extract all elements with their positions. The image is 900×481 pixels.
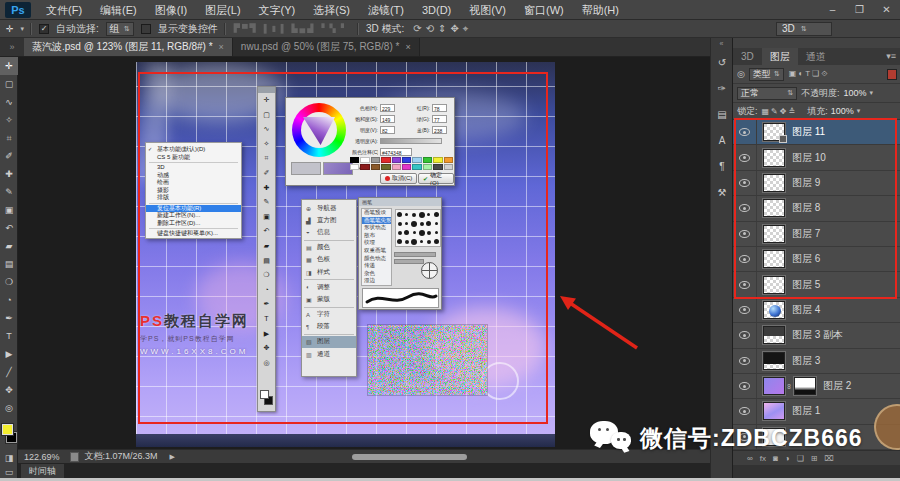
menu-item[interactable]: 图层(L): [196, 0, 249, 20]
canvas-area[interactable]: ✛▢∿✧⌗✐✚✎▣↶▰▤❍◔✒T▶✥◎ 基本功能(默认)(D)CS 5 新功能3…: [18, 57, 710, 449]
align-button[interactable]: ▜: [250, 24, 256, 33]
menu-item[interactable]: 文件(F): [37, 0, 91, 20]
quick-selection-tool[interactable]: ✧: [0, 111, 18, 129]
visibility-toggle[interactable]: [733, 120, 757, 144]
restore-button[interactable]: ❐: [846, 0, 873, 20]
layer-thumbnail[interactable]: [763, 377, 785, 395]
visibility-toggle[interactable]: [733, 349, 757, 373]
3d-pan-icon[interactable]: ⇕: [438, 23, 446, 34]
brush-tool[interactable]: ✎: [0, 183, 18, 201]
panel-tab-3D[interactable]: 3D: [733, 48, 762, 65]
layer-row[interactable]: 图层 3 副本: [733, 323, 900, 348]
layer-row[interactable]: 图层 10: [733, 145, 900, 170]
layer-thumbnail[interactable]: [763, 250, 785, 268]
visibility-toggle[interactable]: [733, 171, 757, 195]
foreground-color-swatch[interactable]: [2, 424, 13, 435]
menu-item[interactable]: 滤镜(T): [359, 0, 413, 20]
blend-mode-dropdown[interactable]: 正常 ⇅: [737, 87, 797, 100]
auto-select-dropdown[interactable]: 组 ⇅: [106, 22, 134, 36]
character-panel-icon[interactable]: A: [711, 128, 733, 154]
visibility-toggle[interactable]: [733, 247, 757, 271]
visibility-toggle[interactable]: [733, 374, 757, 398]
eyedropper-tool[interactable]: ✐: [0, 147, 18, 165]
minimize-button[interactable]: –: [819, 0, 846, 20]
type-tool[interactable]: T: [0, 327, 18, 345]
zoom-tool[interactable]: ◎: [0, 399, 18, 417]
close-button[interactable]: ✕: [873, 0, 900, 20]
hand-tool[interactable]: ✥: [0, 381, 18, 399]
filter-type-icon[interactable]: ▣: [789, 69, 797, 79]
layer-row[interactable]: ∞图层 2: [733, 374, 900, 399]
menu-item[interactable]: 文字(Y): [250, 0, 305, 20]
filter-toggle-switch[interactable]: [887, 69, 897, 80]
menu-item[interactable]: 窗口(W): [515, 0, 573, 20]
filter-type-icon[interactable]: ❏: [812, 69, 819, 79]
menu-item[interactable]: 帮助(H): [573, 0, 628, 20]
lasso-tool[interactable]: ∿: [0, 93, 18, 111]
align-button[interactable]: ▟: [307, 24, 313, 33]
align-button[interactable]: ▝: [338, 24, 344, 33]
filter-type-icon[interactable]: ◐: [798, 69, 803, 79]
show-transform-checkbox[interactable]: [141, 24, 151, 34]
opacity-dropdown[interactable]: 100% ▾: [844, 88, 874, 98]
panel-menu-icon[interactable]: ▾≡: [886, 48, 900, 65]
align-button[interactable]: ▐: [278, 24, 284, 33]
filter-type-icon[interactable]: T: [805, 69, 810, 79]
layer-thumbnail[interactable]: [763, 326, 785, 344]
visibility-toggle[interactable]: [733, 222, 757, 246]
timeline-tab[interactable]: 时间轴: [21, 464, 64, 478]
screen-mode-button[interactable]: ▭: [0, 467, 18, 477]
layer-row[interactable]: 图层 11: [733, 120, 900, 145]
layer-row[interactable]: 图层 7: [733, 222, 900, 247]
quick-mask-button[interactable]: ◨: [0, 453, 18, 463]
history-panel-icon[interactable]: ↺: [711, 50, 733, 76]
lock-icon[interactable]: ✥: [780, 107, 787, 116]
layer-row[interactable]: 图层 4: [733, 298, 900, 323]
align-button[interactable]: ▛: [234, 24, 240, 33]
filter-type-icon[interactable]: ⟐: [821, 69, 827, 79]
visibility-toggle[interactable]: [733, 145, 757, 169]
lock-icon[interactable]: ▦: [762, 107, 770, 116]
move-tool[interactable]: ✛: [0, 57, 18, 75]
healing-brush-tool[interactable]: ✚: [0, 165, 18, 183]
layer-thumbnail[interactable]: [763, 352, 785, 370]
menu-item[interactable]: 编辑(E): [91, 0, 146, 20]
visibility-toggle[interactable]: [733, 298, 757, 322]
visibility-toggle[interactable]: [733, 272, 757, 296]
path-selection-tool[interactable]: ▶: [0, 345, 18, 363]
3d-slide-icon[interactable]: ✥: [450, 23, 458, 34]
menu-item[interactable]: 图像(I): [146, 0, 196, 20]
properties-panel-icon[interactable]: ⚒: [711, 180, 733, 206]
clone-stamp-tool[interactable]: ▣: [0, 201, 18, 219]
layer-thumbnail[interactable]: [763, 225, 785, 243]
pen-tool[interactable]: ✒: [0, 309, 18, 327]
dodge-tool[interactable]: ◔: [0, 291, 18, 309]
paragraph-panel-icon[interactable]: ¶: [711, 154, 733, 180]
layer-thumbnail[interactable]: [763, 276, 785, 294]
status-flyout-icon[interactable]: ▶: [170, 453, 175, 461]
lock-icon[interactable]: ✎: [771, 107, 778, 116]
panel-tab-图层[interactable]: 图层: [762, 48, 798, 65]
fill-dropdown[interactable]: 100% ▾: [831, 106, 861, 116]
layer-row[interactable]: 图层 9: [733, 171, 900, 196]
layer-thumbnail[interactable]: [763, 199, 785, 217]
visibility-toggle[interactable]: [733, 196, 757, 220]
history-brush-tool[interactable]: ↶: [0, 219, 18, 237]
layer-thumbnail[interactable]: [763, 123, 785, 141]
close-tab-icon[interactable]: ×: [219, 42, 224, 52]
crop-tool[interactable]: ⌗: [0, 129, 18, 147]
collapse-panels-icon[interactable]: »: [0, 38, 24, 56]
layer-row[interactable]: 图层 8: [733, 196, 900, 221]
3d-scale-icon[interactable]: ⌖: [463, 23, 469, 35]
3d-orbit-icon[interactable]: ⟳: [413, 23, 421, 34]
3d-roll-icon[interactable]: ⟲: [426, 23, 434, 34]
brush-presets-panel-icon[interactable]: ▤: [711, 102, 733, 128]
align-button[interactable]: ▌: [264, 24, 270, 33]
layer-thumbnail[interactable]: [763, 149, 785, 167]
layer-thumbnail[interactable]: [763, 174, 785, 192]
gradient-tool[interactable]: ▤: [0, 255, 18, 273]
document-tab[interactable]: nwu.psd @ 50% (图层 75, RGB/8) *×: [233, 38, 420, 56]
layer-row[interactable]: 图层 5: [733, 272, 900, 297]
auto-select-checkbox[interactable]: ✓: [39, 24, 49, 34]
menu-item[interactable]: 视图(V): [460, 0, 515, 20]
